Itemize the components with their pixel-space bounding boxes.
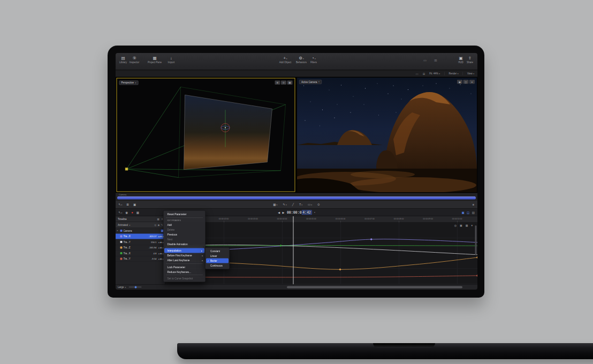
zoom-slider[interactable] — [128, 287, 141, 288]
rectangle-tool[interactable]: ▦▾ — [273, 203, 277, 207]
previous-frame-button[interactable]: ◀ — [278, 211, 280, 214]
menu-item[interactable]: Reduce Keyframes... — [164, 269, 206, 274]
camera-icon[interactable]: ▣ — [457, 80, 462, 84]
keyframe-view-toggle[interactable]: ▣ — [461, 211, 464, 215]
show-curves-icon[interactable]: ◉ — [125, 211, 128, 215]
record-button[interactable]: ● — [131, 210, 133, 214]
keyframe-icon[interactable]: ◆ — [160, 257, 162, 260]
menu-item[interactable]: Before First Keyframe▸ — [164, 253, 206, 258]
fullscreen-icon[interactable]: ⊞ — [434, 58, 437, 63]
parameter-value[interactable]: 4.8 — [154, 252, 157, 255]
line-tool[interactable]: ╱ — [292, 203, 294, 207]
row-size-menu[interactable]: Large ▾ — [118, 286, 126, 289]
image-plane[interactable] — [184, 95, 272, 169]
chevron-down-icon[interactable]: ▾ — [469, 80, 475, 84]
parameter-value[interactable]: -323.17 — [149, 235, 156, 238]
select-tool[interactable]: ↖▾ — [118, 203, 122, 207]
share-button[interactable]: ⇧ Share — [467, 56, 473, 64]
keyframe-icon[interactable]: ◆ — [160, 235, 162, 238]
active-camera-viewport[interactable]: Active Camera ▾ ▣ ◫ ▾ — [297, 78, 477, 192]
active-camera-menu[interactable]: Active Camera ▾ — [299, 80, 322, 84]
submenu-item-bezier[interactable]: ✓Bezier — [206, 259, 229, 263]
keyframe-icon[interactable]: ◆ — [160, 241, 162, 244]
grid-overlay-icon[interactable]: ⊞ — [423, 72, 425, 75]
camera-icon[interactable]: ◎ — [154, 224, 156, 226]
snapshot-camera-icon[interactable]: ▣ — [460, 224, 462, 227]
paint-stroke-tool[interactable]: ✎▾ — [283, 203, 286, 207]
prev-keyframe-icon[interactable]: ◀ — [158, 241, 159, 243]
filters-button[interactable]: ◔▾ Filters — [310, 56, 317, 64]
menu-item[interactable]: After Last Keyframe▸ — [164, 258, 206, 263]
transform-tool-icon[interactable]: ⊞ — [126, 203, 129, 207]
timecode-field[interactable]: 4:42 — [302, 210, 312, 215]
table-row[interactable]: ▾ Camera ✓ — [116, 228, 165, 234]
table-row[interactable]: Tra...X 4.8 ◀◆▶ — [116, 251, 165, 256]
prev-keyframe-icon[interactable]: ◀ — [158, 258, 159, 260]
zoom-level-menu[interactable]: Fit: 44% ▾ — [429, 72, 440, 75]
table-row[interactable]: Tra...Y -9.54 ◀◆▶ — [116, 256, 165, 262]
table-row[interactable]: Tra...X -323.17 ◀◆▶ — [116, 234, 165, 240]
snapshot-icon[interactable]: ▦ — [136, 211, 139, 215]
menu-item[interactable]: Reset Parameter — [164, 212, 206, 217]
crop-tool-icon[interactable]: ▣ — [133, 203, 136, 207]
animated-header[interactable]: Animated ▾ ◎ ◆ ✎ — [116, 222, 165, 228]
text-tool[interactable]: T▾ — [299, 203, 302, 206]
parameter-value[interactable]: -9.54 — [151, 257, 157, 260]
table-row[interactable]: Tra...Z -165.94 ◀◆▶ — [116, 245, 165, 251]
show-keyframes-icon[interactable]: ◎ — [454, 224, 457, 227]
hud-button[interactable]: ▣ HUD — [458, 56, 463, 64]
behaviors-button[interactable]: ⚙▾ Behaviors — [296, 56, 307, 64]
parameter-value[interactable]: 150.1 — [151, 241, 157, 244]
grid-icon[interactable]: ▦ — [466, 224, 468, 227]
chevron-down-icon[interactable]: ▾ — [471, 224, 473, 227]
playhead-line[interactable] — [293, 223, 294, 284]
more-tools-icon[interactable]: ≡ — [473, 203, 474, 206]
perspective-viewport[interactable]: Perspective ▾ ⊕ ⊙ ▦ — [117, 78, 295, 192]
playhead-handle[interactable] — [293, 216, 294, 223]
view-menu[interactable]: View ▾ — [467, 72, 474, 75]
curve-view-toggle[interactable]: ◫ — [467, 211, 469, 215]
table-row[interactable]: Tra...Y 150.1 ◀◆▶ — [116, 239, 165, 245]
parameter-value[interactable]: -165.94 — [149, 246, 156, 249]
layout-icon[interactable]: ▭ — [423, 58, 427, 63]
panel-options-icon[interactable]: ▤ — [472, 211, 475, 215]
menu-item[interactable]: Add — [164, 222, 206, 227]
edit-tool-icon[interactable]: ↖▾ — [118, 211, 122, 215]
list-view-icon[interactable]: ▦ — [157, 218, 159, 221]
zoom-slider-knob[interactable] — [134, 286, 137, 289]
project-pane-button[interactable]: ▦ Project Pane — [148, 56, 162, 64]
horizontal-scrollbar[interactable] — [287, 286, 462, 289]
keyframe-icon[interactable]: ◆ — [158, 224, 159, 226]
import-button[interactable]: ↓ Import — [168, 56, 175, 64]
prev-keyframe-icon[interactable]: ◀ — [158, 236, 159, 238]
menu-item-interpolation[interactable]: Interpolation▸ — [164, 248, 204, 253]
prev-keyframe-icon[interactable]: ◀ — [158, 247, 159, 249]
pan-tool-icon[interactable]: ⊙ — [281, 81, 286, 85]
library-button[interactable]: ▤ Library — [119, 56, 127, 64]
disclosure-triangle[interactable]: ▾ — [117, 230, 119, 232]
snapshot-icon[interactable]: ▭ — [415, 72, 418, 75]
time-ruler[interactable]: 00:00:01:00 00:00:02:00 00:00:03:00 00:0… — [165, 216, 477, 223]
prev-keyframe-icon[interactable]: ◀ — [158, 252, 159, 254]
dolly-tool-icon[interactable]: ▦ — [287, 81, 293, 85]
inspector-button[interactable]: ⑨ Inspector — [130, 56, 140, 64]
keyframe-icon[interactable]: ◆ — [160, 246, 162, 249]
view-layout-icon[interactable]: ◫ — [463, 80, 469, 84]
add-object-button[interactable]: +▾ Add Object — [279, 56, 291, 64]
current-timecode[interactable]: 00:00:04:42 — [287, 210, 312, 215]
play-button[interactable]: ▶ — [283, 211, 285, 214]
camera-handle[interactable] — [125, 168, 128, 170]
submenu-item[interactable]: Linear — [206, 254, 230, 259]
perspective-camera-menu[interactable]: Perspective ▾ — [119, 81, 139, 85]
chevron-down-icon[interactable]: ▾ — [314, 211, 315, 214]
3d-scene-canvas[interactable] — [117, 79, 295, 192]
tab-timeline[interactable]: Timeline — [118, 218, 127, 221]
orbit-tool-icon[interactable]: ⊕ — [275, 81, 280, 85]
keyframe-icon[interactable]: ◆ — [160, 252, 162, 255]
submenu-item[interactable]: Constant — [206, 249, 230, 254]
camera-track-bar[interactable] — [117, 196, 476, 200]
edit-icon[interactable]: ✎ — [161, 224, 163, 226]
render-menu[interactable]: Render ▾ — [449, 72, 459, 75]
shape-tool[interactable]: ▭▾ — [308, 203, 312, 207]
menu-item[interactable]: Previous — [164, 232, 206, 237]
